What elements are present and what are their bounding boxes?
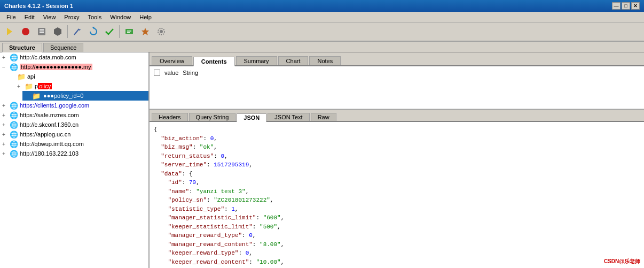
tree-label: https://safe.mzres.com bbox=[20, 112, 79, 118]
structure-tabs: Structure Sequence bbox=[0, 42, 644, 52]
session-button[interactable] bbox=[34, 24, 49, 39]
tree-item-cdata[interactable]: + 🌐 http://c.data.mob.com bbox=[0, 52, 148, 62]
svg-marker-0 bbox=[7, 28, 12, 35]
menu-proxy[interactable]: Proxy bbox=[60, 13, 83, 21]
stop-button[interactable] bbox=[18, 24, 33, 39]
top-tabs: Overview Contents Summary Chart Notes bbox=[150, 52, 644, 66]
menu-file[interactable]: File bbox=[2, 13, 20, 21]
tab-chart[interactable]: Chart bbox=[278, 56, 309, 65]
svg-marker-5 bbox=[54, 27, 61, 36]
tree-item-policy-id[interactable]: 📁 ●●●policy_id=0 bbox=[22, 91, 148, 101]
settings-button[interactable] bbox=[154, 24, 169, 39]
tree-label: ●●●policy_id=0 bbox=[42, 93, 84, 99]
app-title: Charles 4.1.2 - Session 1 bbox=[4, 3, 73, 9]
svg-point-13 bbox=[160, 30, 163, 33]
tree-item-qq[interactable]: + 🌐 http://qbwup.imtt.qq.com bbox=[0, 139, 148, 149]
checkbox[interactable] bbox=[154, 70, 160, 76]
globe-icon: 🌐 bbox=[10, 120, 18, 129]
maximize-button[interactable]: □ bbox=[622, 2, 630, 10]
accept-button[interactable] bbox=[102, 24, 117, 39]
tab-sequence[interactable]: Sequence bbox=[43, 43, 84, 52]
tree-item-policy[interactable]: + 📁 policy bbox=[15, 81, 148, 91]
tree-label: http://c.data.mob.com bbox=[20, 54, 76, 60]
toolbar-separator-1 bbox=[67, 25, 68, 38]
tree-item-mzres[interactable]: + 🌐 https://safe.mzres.com bbox=[0, 110, 148, 120]
folder-icon: 📁 bbox=[32, 91, 41, 100]
col-value: value bbox=[164, 70, 178, 76]
globe-icon: 🌐 bbox=[10, 130, 18, 139]
svg-rect-3 bbox=[40, 29, 44, 30]
tab-contents[interactable]: Contents bbox=[193, 57, 235, 66]
tab-overview[interactable]: Overview bbox=[152, 56, 192, 65]
record-button[interactable] bbox=[2, 24, 17, 39]
json-content[interactable]: { "biz_action": 0, "biz_msg": "ok", "ret… bbox=[150, 122, 644, 268]
expand-icon: + bbox=[17, 83, 25, 89]
tree-label: http://qbwup.imtt.qq.com bbox=[20, 141, 84, 147]
globe-icon: 🌐 bbox=[10, 149, 18, 158]
tab-json[interactable]: JSON bbox=[237, 113, 266, 122]
tab-json-text[interactable]: JSON Text bbox=[268, 113, 309, 121]
globe-icon: 🌐 bbox=[10, 63, 18, 71]
expand-icon: + bbox=[2, 122, 10, 128]
globe-icon: 🌐 bbox=[10, 111, 18, 119]
tree-label: api bbox=[27, 73, 35, 80]
tree-item-ip[interactable]: + 🌐 http://180.163.222.103 bbox=[0, 149, 148, 158]
globe-icon: 🌐 bbox=[10, 101, 18, 110]
edit-button[interactable] bbox=[70, 24, 85, 39]
svg-rect-4 bbox=[40, 32, 44, 33]
tree-item-applog[interactable]: + 🌐 https://applog.uc.cn bbox=[0, 129, 148, 139]
close-button[interactable]: ✕ bbox=[631, 2, 640, 10]
expand-icon: − bbox=[2, 64, 10, 70]
menu-help[interactable]: Help bbox=[135, 13, 156, 21]
tree-label: http://●●●●●●●●●●●●●.my bbox=[20, 64, 92, 70]
tab-raw[interactable]: Raw bbox=[311, 113, 336, 121]
expand-icon: + bbox=[2, 103, 10, 109]
tab-structure[interactable]: Structure bbox=[2, 43, 42, 52]
svg-rect-9 bbox=[125, 29, 133, 34]
expand-icon: + bbox=[2, 132, 10, 137]
tree-item-api[interactable]: 📁 api bbox=[7, 72, 148, 81]
menu-tools[interactable]: Tools bbox=[83, 13, 106, 21]
svg-line-6 bbox=[74, 29, 79, 35]
toolbar-separator-2 bbox=[119, 25, 120, 38]
tab-query-string[interactable]: Query String bbox=[189, 113, 236, 121]
menu-window[interactable]: Window bbox=[106, 13, 135, 21]
expand-icon: + bbox=[2, 112, 10, 118]
tab-notes[interactable]: Notes bbox=[309, 56, 341, 65]
tree-label: https://applog.uc.cn bbox=[20, 131, 70, 137]
folder-icon: 📁 bbox=[25, 82, 33, 90]
svg-marker-12 bbox=[142, 28, 149, 35]
tree-panel: + 🌐 http://c.data.mob.com − 🌐 http://●●●… bbox=[0, 52, 150, 268]
tree-item-google[interactable]: + 🌐 https://clients1.google.com bbox=[0, 101, 148, 110]
folder-icon: 📁 bbox=[17, 72, 26, 81]
content-top-area: value String bbox=[150, 66, 644, 109]
minimize-button[interactable]: — bbox=[612, 2, 621, 10]
watermark: CSDN@乐老师 bbox=[602, 257, 642, 266]
tree-item-360[interactable]: + 🌐 http://c.skconf.f.360.cn bbox=[0, 120, 148, 129]
window-controls: — □ ✕ bbox=[612, 2, 640, 10]
expand-icon: + bbox=[2, 141, 10, 147]
compose-button[interactable] bbox=[122, 24, 137, 39]
menu-view[interactable]: View bbox=[39, 13, 60, 21]
svg-marker-7 bbox=[79, 29, 81, 31]
refresh-button[interactable] bbox=[86, 24, 101, 39]
tree-label: https://clients1.google.com bbox=[20, 102, 89, 109]
tab-headers[interactable]: Headers bbox=[152, 113, 188, 121]
column-headers: value String bbox=[152, 68, 200, 77]
globe-icon: 🌐 bbox=[10, 140, 18, 148]
bottom-tabs: Headers Query String JSON JSON Text Raw bbox=[150, 109, 644, 122]
toolbar bbox=[0, 22, 644, 42]
expand-icon: + bbox=[2, 55, 10, 60]
tree-label: http://180.163.222.103 bbox=[20, 150, 78, 157]
svg-point-1 bbox=[22, 28, 29, 35]
tree-label: policy bbox=[35, 83, 52, 89]
tab-summary[interactable]: Summary bbox=[236, 56, 277, 65]
tree-item-redacted[interactable]: − 🌐 http://●●●●●●●●●●●●●.my bbox=[0, 62, 148, 72]
tools-button[interactable] bbox=[138, 24, 153, 39]
throttle-button[interactable] bbox=[50, 24, 65, 39]
menu-edit[interactable]: Edit bbox=[20, 13, 39, 21]
menu-bar: File Edit View Proxy Tools Window Help bbox=[0, 12, 644, 22]
globe-icon: 🌐 bbox=[10, 53, 18, 62]
title-bar: Charles 4.1.2 - Session 1 — □ ✕ bbox=[0, 0, 644, 12]
tree-label: http://c.skconf.f.360.cn bbox=[20, 121, 78, 128]
